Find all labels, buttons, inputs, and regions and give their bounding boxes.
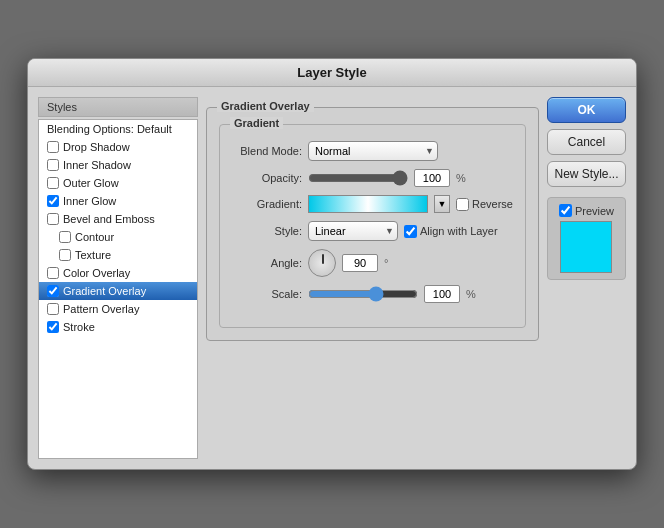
style-list: Blending Options: DefaultDrop ShadowInne…: [38, 119, 198, 459]
style-select-wrapper: Linear Radial Angle Reflected Diamond ▼: [308, 221, 398, 241]
checkbox-texture[interactable]: [59, 249, 71, 261]
sidebar-item-drop-shadow[interactable]: Drop Shadow: [39, 138, 197, 156]
gradient-row: Gradient: ▼ Reverse: [232, 195, 513, 213]
checkbox-stroke[interactable]: [47, 321, 59, 333]
sidebar-item-color-overlay[interactable]: Color Overlay: [39, 264, 197, 282]
label-color-overlay: Color Overlay: [63, 267, 130, 279]
preview-label: Preview: [559, 204, 614, 217]
label-contour: Contour: [75, 231, 114, 243]
gradient-swatch-arrow[interactable]: ▼: [434, 195, 450, 213]
scale-input[interactable]: [424, 285, 460, 303]
gradient-label: Gradient:: [232, 198, 302, 210]
checkbox-bevel-emboss[interactable]: [47, 213, 59, 225]
label-bevel-emboss: Bevel and Emboss: [63, 213, 155, 225]
reverse-checkbox[interactable]: [456, 198, 469, 211]
action-panel: OK Cancel New Style... Preview: [547, 97, 626, 459]
opacity-label: Opacity:: [232, 172, 302, 184]
checkbox-color-overlay[interactable]: [47, 267, 59, 279]
checkbox-contour[interactable]: [59, 231, 71, 243]
reverse-text: Reverse: [472, 198, 513, 210]
label-pattern-overlay: Pattern Overlay: [63, 303, 139, 315]
angle-unit: °: [384, 257, 388, 269]
style-row: Style: Linear Radial Angle Reflected Dia…: [232, 221, 513, 241]
preview-text: Preview: [575, 205, 614, 217]
label-inner-shadow: Inner Shadow: [63, 159, 131, 171]
opacity-row: Opacity: %: [232, 169, 513, 187]
sidebar-item-gradient-overlay[interactable]: Gradient Overlay: [39, 282, 197, 300]
align-layer-label: Align with Layer: [404, 225, 498, 238]
scale-slider[interactable]: [308, 286, 418, 302]
angle-label: Angle:: [232, 257, 302, 269]
style-select[interactable]: Linear Radial Angle Reflected Diamond: [308, 221, 398, 241]
reverse-label: Reverse: [456, 198, 513, 211]
opacity-unit: %: [456, 172, 466, 184]
sidebar-item-bevel-emboss[interactable]: Bevel and Emboss: [39, 210, 197, 228]
label-texture: Texture: [75, 249, 111, 261]
checkbox-pattern-overlay[interactable]: [47, 303, 59, 315]
sidebar-item-outer-glow[interactable]: Outer Glow: [39, 174, 197, 192]
sidebar-item-inner-glow[interactable]: Inner Glow: [39, 192, 197, 210]
label-drop-shadow: Drop Shadow: [63, 141, 130, 153]
gradient-swatch[interactable]: [308, 195, 428, 213]
checkbox-drop-shadow[interactable]: [47, 141, 59, 153]
scale-label: Scale:: [232, 288, 302, 300]
sidebar-item-contour[interactable]: Contour: [39, 228, 197, 246]
gradient-overlay-group: Gradient Overlay Gradient Blend Mode: No…: [206, 107, 539, 341]
sidebar-item-inner-shadow[interactable]: Inner Shadow: [39, 156, 197, 174]
align-layer-checkbox[interactable]: [404, 225, 417, 238]
sidebar-item-pattern-overlay[interactable]: Pattern Overlay: [39, 300, 197, 318]
dialog-title: Layer Style: [28, 59, 636, 87]
scale-row: Scale: %: [232, 285, 513, 303]
new-style-button[interactable]: New Style...: [547, 161, 626, 187]
angle-dial[interactable]: [308, 249, 336, 277]
angle-row: Angle: °: [232, 249, 513, 277]
checkbox-inner-shadow[interactable]: [47, 159, 59, 171]
scale-unit: %: [466, 288, 476, 300]
blend-mode-label: Blend Mode:: [232, 145, 302, 157]
sidebar-item-stroke[interactable]: Stroke: [39, 318, 197, 336]
gradient-overlay-panel: Gradient Overlay Gradient Blend Mode: No…: [206, 97, 539, 459]
ok-button[interactable]: OK: [547, 97, 626, 123]
preview-box: [560, 221, 612, 273]
gradient-overlay-title: Gradient Overlay: [217, 100, 314, 112]
label-outer-glow: Outer Glow: [63, 177, 119, 189]
opacity-input[interactable]: [414, 169, 450, 187]
gradient-inner-title: Gradient: [230, 117, 283, 129]
checkbox-gradient-overlay[interactable]: [47, 285, 59, 297]
angle-input[interactable]: [342, 254, 378, 272]
checkbox-inner-glow[interactable]: [47, 195, 59, 207]
label-gradient-overlay: Gradient Overlay: [63, 285, 146, 297]
blend-mode-row: Blend Mode: Normal Dissolve Multiply Scr…: [232, 141, 513, 161]
opacity-slider[interactable]: [308, 171, 408, 185]
styles-panel: Styles Blending Options: DefaultDrop Sha…: [38, 97, 198, 459]
label-stroke: Stroke: [63, 321, 95, 333]
preview-checkbox[interactable]: [559, 204, 572, 217]
sidebar-item-texture[interactable]: Texture: [39, 246, 197, 264]
sidebar-item-blending[interactable]: Blending Options: Default: [39, 120, 197, 138]
align-layer-text: Align with Layer: [420, 225, 498, 237]
label-blending: Blending Options: Default: [47, 123, 172, 135]
styles-header: Styles: [38, 97, 198, 117]
blend-mode-select[interactable]: Normal Dissolve Multiply Screen Overlay: [308, 141, 438, 161]
cancel-button[interactable]: Cancel: [547, 129, 626, 155]
checkbox-outer-glow[interactable]: [47, 177, 59, 189]
gradient-inner-group: Gradient Blend Mode: Normal Dissolve Mul…: [219, 124, 526, 328]
blend-mode-select-wrapper: Normal Dissolve Multiply Screen Overlay …: [308, 141, 438, 161]
label-inner-glow: Inner Glow: [63, 195, 116, 207]
layer-style-dialog: Layer Style Styles Blending Options: Def…: [27, 58, 637, 470]
preview-area: Preview: [547, 197, 626, 280]
style-label: Style:: [232, 225, 302, 237]
